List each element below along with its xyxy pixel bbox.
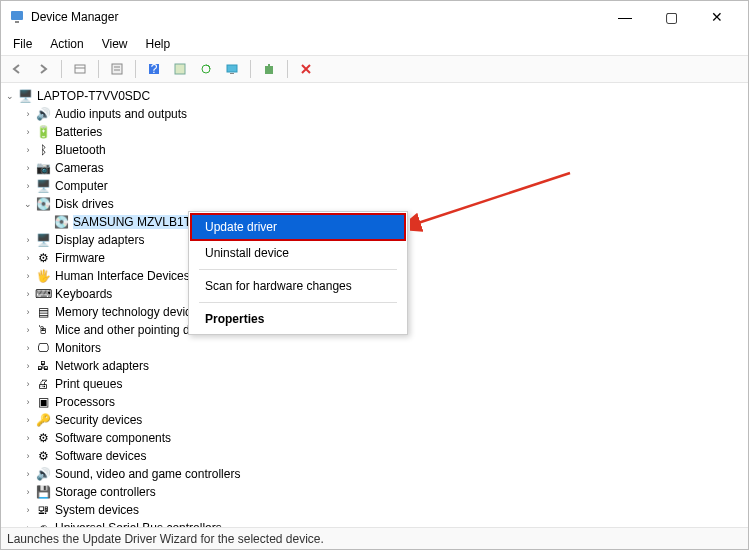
chevron-icon[interactable]: ›	[21, 163, 35, 173]
chevron-icon[interactable]: ›	[21, 433, 35, 443]
update-driver-button[interactable]	[168, 58, 192, 80]
system-icon: 🖳	[35, 502, 51, 518]
chevron-icon[interactable]: ›	[21, 361, 35, 371]
status-text: Launches the Update Driver Wizard for th…	[7, 532, 324, 546]
tree-category[interactable]: ›⎋Universal Serial Bus controllers	[1, 519, 748, 527]
show-hidden-button[interactable]	[68, 58, 92, 80]
svg-rect-9	[175, 64, 185, 74]
tree-category[interactable]: ›🔊Audio inputs and outputs	[1, 105, 748, 123]
back-button[interactable]	[5, 58, 29, 80]
computer-icon: 🖥️	[17, 88, 33, 104]
category-label: Sound, video and game controllers	[55, 467, 240, 481]
tree-category[interactable]: ›🔑Security devices	[1, 411, 748, 429]
computer-icon: 🖥️	[35, 178, 51, 194]
uninstall-button[interactable]	[294, 58, 318, 80]
sound-icon: 🔊	[35, 466, 51, 482]
toolbar-separator	[250, 60, 251, 78]
toolbar-separator	[287, 60, 288, 78]
printer-icon: 🖨	[35, 376, 51, 392]
category-label: System devices	[55, 503, 139, 517]
chevron-icon[interactable]: ›	[21, 469, 35, 479]
chevron-icon[interactable]: ›	[21, 505, 35, 515]
tree-category[interactable]: ›🔊Sound, video and game controllers	[1, 465, 748, 483]
memory-icon: ▤	[35, 304, 51, 320]
keyboard-icon: ⌨	[35, 286, 51, 302]
chevron-icon[interactable]: ›	[21, 235, 35, 245]
chevron-icon[interactable]: ›	[21, 253, 35, 263]
tree-category[interactable]: ›ᛒBluetooth	[1, 141, 748, 159]
category-label: Human Interface Devices	[55, 269, 190, 283]
menu-view[interactable]: View	[94, 35, 136, 53]
monitor-icon: 🖵	[35, 340, 51, 356]
forward-button[interactable]	[31, 58, 55, 80]
device-label: SAMSUNG MZVLB1T0	[73, 215, 198, 229]
mouse-icon: 🖱	[35, 322, 51, 338]
chevron-icon[interactable]: ›	[21, 397, 35, 407]
tree-category[interactable]: ›⚙Software components	[1, 429, 748, 447]
tree-category[interactable]: ›🖵Monitors	[1, 339, 748, 357]
context-menu[interactable]: Update driverUninstall deviceScan for ha…	[188, 211, 408, 335]
chevron-icon[interactable]: ›	[21, 415, 35, 425]
scan-hardware-button[interactable]	[194, 58, 218, 80]
chevron-icon[interactable]: ›	[21, 487, 35, 497]
svg-rect-1	[15, 21, 19, 23]
tree-category[interactable]: ›🖥️Computer	[1, 177, 748, 195]
chevron-icon[interactable]: ›	[21, 307, 35, 317]
chevron-icon[interactable]: ›	[21, 127, 35, 137]
usb-icon: ⎋	[35, 520, 51, 527]
add-driver-button[interactable]	[257, 58, 281, 80]
menu-file[interactable]: File	[5, 35, 40, 53]
svg-rect-2	[75, 65, 85, 73]
toolbar-separator	[98, 60, 99, 78]
category-label: Network adapters	[55, 359, 149, 373]
chevron-icon[interactable]: ⌄	[21, 199, 35, 209]
chevron-icon[interactable]: ›	[21, 145, 35, 155]
chevron-icon[interactable]: ›	[21, 289, 35, 299]
bluetooth-icon: ᛒ	[35, 142, 51, 158]
monitor-button[interactable]	[220, 58, 244, 80]
tree-category[interactable]: ›🖨Print queues	[1, 375, 748, 393]
tree-category[interactable]: ›▣Processors	[1, 393, 748, 411]
tree-root[interactable]: ⌄🖥️LAPTOP-T7VV0SDC	[1, 87, 748, 105]
chevron-icon[interactable]: ›	[21, 379, 35, 389]
ctx-scan-for-hardware-changes[interactable]: Scan for hardware changes	[191, 273, 405, 299]
tree-category[interactable]: ›💾Storage controllers	[1, 483, 748, 501]
window-controls: — ▢ ✕	[602, 1, 740, 33]
category-label: Cameras	[55, 161, 104, 175]
ctx-update-driver[interactable]: Update driver	[191, 214, 405, 240]
properties-button[interactable]	[105, 58, 129, 80]
chevron-icon[interactable]: ›	[21, 109, 35, 119]
chevron-icon[interactable]: ›	[21, 451, 35, 461]
close-button[interactable]: ✕	[694, 1, 740, 33]
ctx-properties[interactable]: Properties	[191, 306, 405, 332]
svg-rect-0	[11, 11, 23, 20]
tree-category[interactable]: ›🖧Network adapters	[1, 357, 748, 375]
category-label: Bluetooth	[55, 143, 106, 157]
category-label: Memory technology devices	[55, 305, 204, 319]
menu-action[interactable]: Action	[42, 35, 91, 53]
chevron-icon[interactable]: ›	[21, 271, 35, 281]
chevron-icon[interactable]: ›	[21, 325, 35, 335]
chevron-icon[interactable]: ›	[21, 181, 35, 191]
maximize-button[interactable]: ▢	[648, 1, 694, 33]
chevron-icon[interactable]: ›	[21, 343, 35, 353]
toolbar: ?	[1, 55, 748, 83]
minimize-button[interactable]: —	[602, 1, 648, 33]
category-label: Firmware	[55, 251, 105, 265]
tree-category[interactable]: ›⚙Software devices	[1, 447, 748, 465]
menu-help[interactable]: Help	[138, 35, 179, 53]
speaker-icon: 🔊	[35, 106, 51, 122]
category-label: Processors	[55, 395, 115, 409]
root-label: LAPTOP-T7VV0SDC	[37, 89, 150, 103]
help-button[interactable]: ?	[142, 58, 166, 80]
ctx-uninstall-device[interactable]: Uninstall device	[191, 240, 405, 266]
disk-icon: 💽	[53, 214, 69, 230]
tree-category[interactable]: ›🖳System devices	[1, 501, 748, 519]
menu-separator	[199, 269, 397, 270]
tree-category[interactable]: ›📷Cameras	[1, 159, 748, 177]
menubar: File Action View Help	[1, 33, 748, 55]
battery-icon: 🔋	[35, 124, 51, 140]
svg-rect-14	[268, 64, 270, 68]
display-icon: 🖥️	[35, 232, 51, 248]
tree-category[interactable]: ›🔋Batteries	[1, 123, 748, 141]
